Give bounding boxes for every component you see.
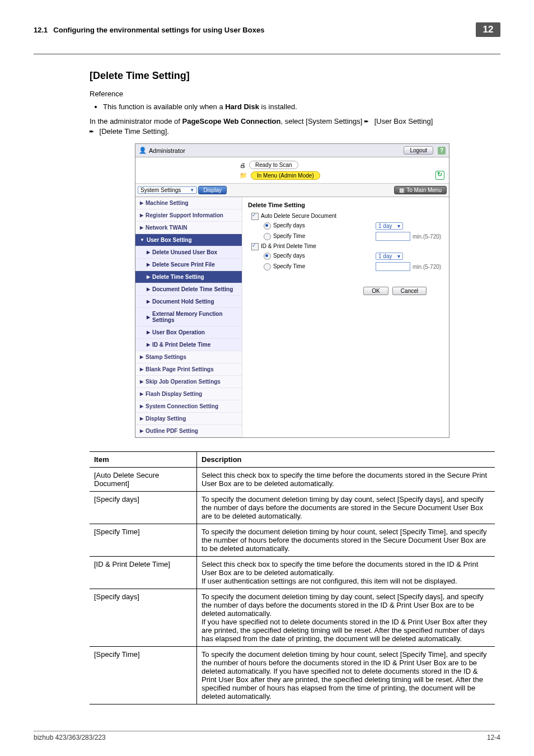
display-button[interactable]: Display <box>198 186 227 194</box>
reference-label: Reference <box>90 90 495 98</box>
header-rule <box>34 54 500 54</box>
intro-paragraph: In the administrator mode of PageScope W… <box>90 116 495 137</box>
description-table: Item Description [Auto Delete Secure Doc… <box>90 451 495 704</box>
chevron-down-icon: ▾ <box>397 223 400 229</box>
path-arrow-icon <box>90 130 97 134</box>
specify-days-radio-1[interactable] <box>264 222 271 230</box>
cell-desc: To specify the document deletion timing … <box>197 647 495 704</box>
specify-time-radio-1[interactable] <box>264 233 271 240</box>
nav-doc-del-time[interactable]: ▶Document Delete Time Setting <box>135 283 242 296</box>
chapter-number-box: 12 <box>476 22 500 37</box>
logout-button[interactable]: Logout <box>404 146 433 155</box>
category-select[interactable]: System Settings▼ <box>138 186 197 194</box>
table-row: [Specify Time]To specify the document de… <box>90 524 495 557</box>
cell-item: [Specify Time] <box>90 524 197 557</box>
status-menu: In Menu (Admin Mode) <box>251 171 320 180</box>
cell-desc: To specify the document deletion timing … <box>197 524 495 557</box>
path-arrow-icon <box>364 120 372 124</box>
nav-doc-hold[interactable]: ▶Document Hold Setting <box>135 296 242 308</box>
section-heading: [Delete Time Setting] <box>90 70 495 82</box>
admin-icon: 👤 <box>139 147 147 154</box>
cell-desc: Select this check box to specify the tim… <box>197 468 495 492</box>
days-select-2[interactable]: 1 day▾ <box>376 253 403 260</box>
status-ready: Ready to Scan <box>249 161 298 169</box>
webconnection-screenshot: 👤 Administrator Logout ? 🖨 Ready to Scan… <box>135 143 449 438</box>
admin-label: Administrator <box>149 147 185 154</box>
th-item: Item <box>90 452 197 468</box>
cell-desc: To specify the document deletion timing … <box>197 492 495 524</box>
refresh-icon[interactable] <box>435 171 444 180</box>
runhead-title: Configuring the environmental settings f… <box>53 26 476 34</box>
time-input-2[interactable] <box>376 262 410 271</box>
nav-ext-memory[interactable]: ▶External Memory Function Settings <box>135 308 242 326</box>
auto-delete-checkbox[interactable] <box>251 213 259 220</box>
runhead-section-num: 12.1 <box>34 26 48 34</box>
nav-blank-page[interactable]: ▶Blank Page Print Settings <box>135 363 242 376</box>
ok-button[interactable]: OK <box>363 287 388 295</box>
nav-outline-pdf[interactable]: ▶Outline PDF Setting <box>135 425 242 437</box>
table-row: [ID & Print Delete Time]Select this chec… <box>90 557 495 589</box>
nav-register-support[interactable]: ▶Register Support Information <box>135 209 242 222</box>
cancel-button[interactable]: Cancel <box>392 287 427 295</box>
cell-item: [Specify days] <box>90 589 197 647</box>
chevron-down-icon: ▼ <box>190 188 194 193</box>
table-row: [Specify days]To specify the document de… <box>90 589 495 647</box>
chevron-down-icon: ▾ <box>397 253 400 259</box>
reference-bullet: This function is available only when a H… <box>103 102 495 111</box>
cell-item: [Specify days] <box>90 492 197 524</box>
nav-display-setting[interactable]: ▶Display Setting <box>135 413 242 425</box>
footer-page: 12-4 <box>487 734 500 741</box>
nav-id-print-delete[interactable]: ▶ID & Print Delete Time <box>135 339 242 351</box>
cell-item: [Specify Time] <box>90 647 197 704</box>
footer-model: bizhub 423/363/283/223 <box>34 734 106 741</box>
nav-user-box-op[interactable]: ▶User Box Operation <box>135 326 242 339</box>
nav-skip-job[interactable]: ▶Skip Job Operation Settings <box>135 376 242 388</box>
nav-delete-unused[interactable]: ▶Delete Unused User Box <box>135 246 242 259</box>
sidebar-nav: ▶Machine Setting ▶Register Support Infor… <box>135 197 242 437</box>
time-input-1[interactable] <box>376 232 410 241</box>
nav-network-twain[interactable]: ▶Network TWAIN <box>135 222 242 234</box>
nav-machine-setting[interactable]: ▶Machine Setting <box>135 197 242 209</box>
nav-user-box-setting[interactable]: ▼User Box Setting <box>135 234 242 246</box>
specify-days-radio-2[interactable] <box>264 253 271 260</box>
nav-flash-display[interactable]: ▶Flash Display Setting <box>135 388 242 400</box>
to-main-menu-button[interactable]: ▦ To Main Menu <box>394 186 447 194</box>
printer-icon: 🖨 <box>240 162 246 169</box>
days-select-1[interactable]: 1 day▾ <box>376 222 403 230</box>
table-row: [Specify days]To specify the document de… <box>90 492 495 524</box>
cell-item: [ID & Print Delete Time] <box>90 557 197 589</box>
cell-item: [Auto Delete Secure Document] <box>90 468 197 492</box>
nav-delete-time[interactable]: ▶Delete Time Setting <box>135 271 242 283</box>
cell-desc: To specify the document deletion timing … <box>197 589 495 647</box>
menu-icon: ▦ <box>399 187 404 193</box>
nav-stamp[interactable]: ▶Stamp Settings <box>135 351 242 363</box>
table-row: [Auto Delete Secure Document]Select this… <box>90 468 495 492</box>
help-icon[interactable]: ? <box>438 147 446 155</box>
id-print-delete-checkbox[interactable] <box>251 243 259 250</box>
running-head: 12.1 Configuring the environmental setti… <box>34 22 500 37</box>
folder-icon: 📁 <box>240 172 247 179</box>
pane-title: Delete Time Setting <box>248 202 443 208</box>
nav-system-connection[interactable]: ▶System Connection Setting <box>135 400 242 413</box>
settings-pane: Delete Time Setting Auto Delete Secure D… <box>242 197 449 437</box>
nav-delete-secure[interactable]: ▶Delete Secure Print File <box>135 259 242 271</box>
table-row: [Specify Time]To specify the document de… <box>90 647 495 704</box>
specify-time-radio-2[interactable] <box>264 263 271 270</box>
th-desc: Description <box>197 452 495 468</box>
cell-desc: Select this check box to specify the tim… <box>197 557 495 589</box>
